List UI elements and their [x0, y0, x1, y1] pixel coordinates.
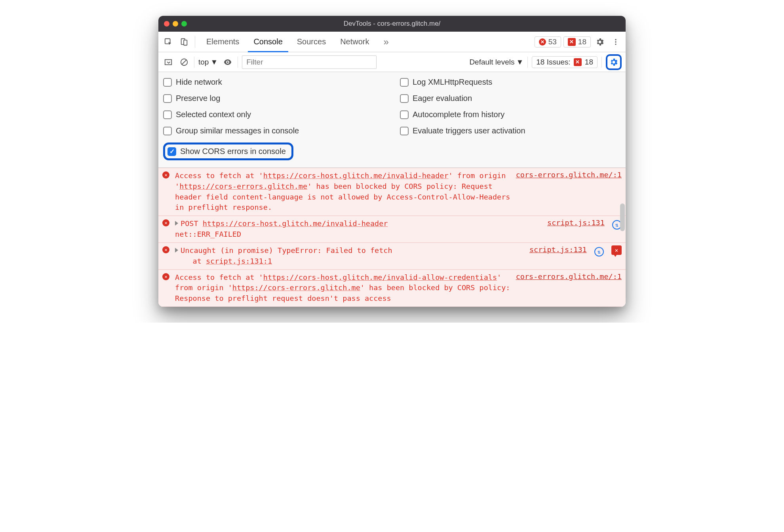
- log-entry-cors-error[interactable]: ✕ Access to fetch at 'https://cors-host.…: [158, 270, 626, 307]
- error-count: 53: [548, 38, 557, 46]
- error-circle-icon: ✕: [162, 171, 169, 179]
- divider: [527, 57, 528, 68]
- divider: [238, 57, 238, 68]
- issues-count: 18: [585, 58, 593, 66]
- scrollbar-thumb[interactable]: [620, 203, 625, 231]
- log-entry-uncaught-error[interactable]: ✕ Uncaught (in promise) TypeError: Faile…: [158, 243, 626, 270]
- svg-point-9: [227, 61, 228, 63]
- log-entry-network-error[interactable]: ✕ POST https://cors-host.glitch.me/inval…: [158, 216, 626, 243]
- expand-triangle-icon[interactable]: [175, 221, 178, 226]
- source-link[interactable]: cors-errors.glitch.me/:1: [516, 272, 622, 281]
- console-settings-panel: Hide network Log XMLHttpRequests Preserv…: [158, 72, 626, 168]
- setting-hide-network[interactable]: Hide network: [163, 78, 384, 87]
- setting-label: Group similar messages in console: [176, 126, 299, 135]
- svg-line-8: [182, 60, 186, 64]
- checkbox[interactable]: [163, 127, 172, 135]
- panel-tabs: Elements Console Sources Network »: [199, 32, 396, 52]
- settings-gear-icon[interactable]: [593, 35, 607, 49]
- clear-console-icon[interactable]: [178, 56, 190, 68]
- setting-log-xhr[interactable]: Log XMLHttpRequests: [400, 78, 621, 87]
- log-url[interactable]: https://cors-host.glitch.me/invalid-head…: [263, 171, 449, 180]
- checkbox[interactable]: [400, 127, 409, 135]
- source-link[interactable]: cors-errors.glitch.me/:1: [516, 171, 622, 179]
- svg-rect-2: [184, 40, 187, 45]
- setting-preserve-log[interactable]: Preserve log: [163, 94, 384, 103]
- log-url[interactable]: https://cors-host.glitch.me/invalid-head…: [203, 219, 388, 228]
- stack-location-link[interactable]: script.js:131:1: [206, 257, 272, 265]
- filter-input[interactable]: [242, 55, 377, 69]
- log-url[interactable]: https://cors-host.glitch.me/invalid-allo…: [263, 273, 497, 281]
- divider: [194, 57, 194, 68]
- console-settings-gear-icon[interactable]: [606, 54, 622, 70]
- setting-label: Autocomplete from history: [413, 110, 504, 119]
- checkbox[interactable]: [163, 94, 172, 103]
- svg-point-4: [615, 41, 616, 42]
- context-label: top: [198, 58, 209, 66]
- setting-label: Show CORS errors in console: [180, 147, 286, 156]
- toggle-sidebar-icon[interactable]: [162, 56, 174, 68]
- error-count-badge[interactable]: ✕ 53: [535, 36, 561, 48]
- setting-eager-eval[interactable]: Eager evaluation: [400, 94, 621, 103]
- tab-console[interactable]: Console: [246, 32, 289, 52]
- setting-show-cors-highlight: Show CORS errors in console: [163, 142, 293, 160]
- tab-overflow-button[interactable]: »: [377, 32, 396, 52]
- window-titlebar: DevTools - cors-errors.glitch.me/: [158, 16, 626, 32]
- log-levels-selector[interactable]: Default levels ▼: [469, 58, 523, 66]
- checkbox[interactable]: [400, 78, 409, 87]
- setting-label: Hide network: [176, 78, 222, 87]
- log-message: Uncaught (in promise) TypeError: Failed …: [175, 245, 525, 267]
- setting-show-cors-errors[interactable]: Show CORS errors in console: [167, 147, 286, 156]
- dropdown-triangle-icon: ▼: [210, 58, 218, 66]
- main-toolbar: Elements Console Sources Network » ✕ 53 …: [158, 32, 626, 52]
- checkbox[interactable]: [400, 110, 409, 119]
- log-message: Access to fetch at 'https://cors-host.gl…: [175, 272, 512, 304]
- tab-network[interactable]: Network: [333, 32, 376, 52]
- svg-rect-6: [165, 59, 172, 65]
- setting-autocomplete-history[interactable]: Autocomplete from history: [400, 110, 621, 119]
- more-menu-icon[interactable]: [609, 35, 622, 49]
- log-url[interactable]: https://cors-errors.glitch.me: [179, 182, 307, 190]
- device-toggle-icon[interactable]: [177, 35, 191, 49]
- log-message: Access to fetch at 'https://cors-host.gl…: [175, 171, 512, 213]
- log-url[interactable]: https://cors-errors.glitch.me: [232, 283, 360, 292]
- setting-selected-context[interactable]: Selected context only: [163, 110, 384, 119]
- log-message: POST https://cors-host.glitch.me/invalid…: [175, 218, 543, 240]
- divider: [195, 36, 195, 48]
- error-circle-icon: ✕: [162, 219, 169, 226]
- network-request-icon[interactable]: ⇅: [594, 247, 604, 256]
- error-circle-icon: ✕: [162, 246, 169, 253]
- issue-count-badge[interactable]: ✕ 18: [563, 36, 591, 48]
- setting-label: Log XMLHttpRequests: [413, 78, 492, 87]
- issues-link[interactable]: 18 Issues: ✕ 18: [532, 56, 598, 68]
- error-circle-icon: ✕: [539, 38, 546, 46]
- issue-square-icon: ✕: [568, 38, 576, 46]
- console-log-list: ✕ Access to fetch at 'https://cors-host.…: [158, 168, 626, 307]
- source-link[interactable]: script.js:131: [547, 218, 605, 227]
- issue-chat-icon[interactable]: ✕: [611, 245, 622, 255]
- devtools-window: DevTools - cors-errors.glitch.me/ Elemen…: [158, 16, 626, 307]
- setting-label: Evaluate triggers user activation: [413, 126, 525, 135]
- setting-evaluate-user-activation[interactable]: Evaluate triggers user activation: [400, 126, 621, 135]
- checkbox[interactable]: [167, 147, 176, 156]
- svg-point-3: [615, 39, 616, 40]
- setting-group-similar[interactable]: Group similar messages in console: [163, 126, 384, 135]
- issue-square-icon: ✕: [574, 58, 582, 66]
- log-entry-cors-error[interactable]: ✕ Access to fetch at 'https://cors-host.…: [158, 168, 626, 216]
- checkbox[interactable]: [163, 78, 172, 87]
- live-expression-icon[interactable]: [222, 56, 234, 68]
- checkbox[interactable]: [400, 94, 409, 103]
- setting-label: Selected context only: [176, 110, 251, 119]
- source-link[interactable]: script.js:131: [529, 245, 587, 254]
- dropdown-triangle-icon: ▼: [516, 58, 523, 66]
- issues-prefix: 18 Issues:: [536, 58, 571, 66]
- checkbox[interactable]: [163, 110, 172, 119]
- expand-triangle-icon[interactable]: [175, 248, 178, 253]
- inspect-element-icon[interactable]: [162, 35, 175, 49]
- tab-sources[interactable]: Sources: [290, 32, 333, 52]
- issue-count: 18: [578, 38, 586, 46]
- tab-elements[interactable]: Elements: [199, 32, 246, 52]
- context-selector[interactable]: top ▼: [198, 58, 218, 66]
- error-circle-icon: ✕: [162, 273, 169, 280]
- window-title: DevTools - cors-errors.glitch.me/: [158, 20, 626, 28]
- setting-label: Eager evaluation: [413, 94, 472, 103]
